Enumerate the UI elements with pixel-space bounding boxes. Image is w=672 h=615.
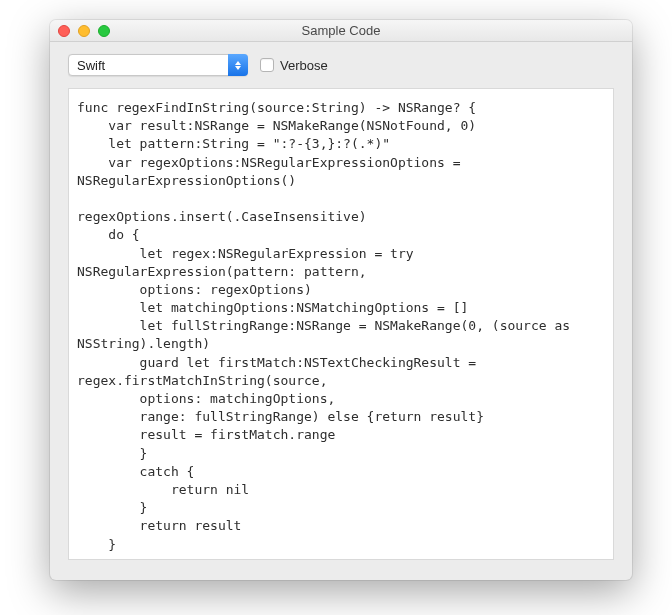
select-stepper-icon <box>228 54 248 76</box>
code-viewer[interactable]: func regexFindInString(source:String) ->… <box>68 88 614 560</box>
language-select[interactable]: Swift <box>68 54 248 76</box>
close-button[interactable] <box>58 25 70 37</box>
verbose-checkbox[interactable] <box>260 58 274 72</box>
verbose-label: Verbose <box>280 58 328 73</box>
toolbar: Swift Verbose <box>50 42 632 88</box>
app-window: Sample Code Swift Verbose func regexFind… <box>50 20 632 580</box>
window-title: Sample Code <box>50 23 632 38</box>
code-content: func regexFindInString(source:String) ->… <box>77 99 605 554</box>
verbose-option[interactable]: Verbose <box>260 58 328 73</box>
window-controls <box>58 25 110 37</box>
language-select-value: Swift <box>77 58 105 73</box>
titlebar[interactable]: Sample Code <box>50 20 632 42</box>
minimize-button[interactable] <box>78 25 90 37</box>
zoom-button[interactable] <box>98 25 110 37</box>
